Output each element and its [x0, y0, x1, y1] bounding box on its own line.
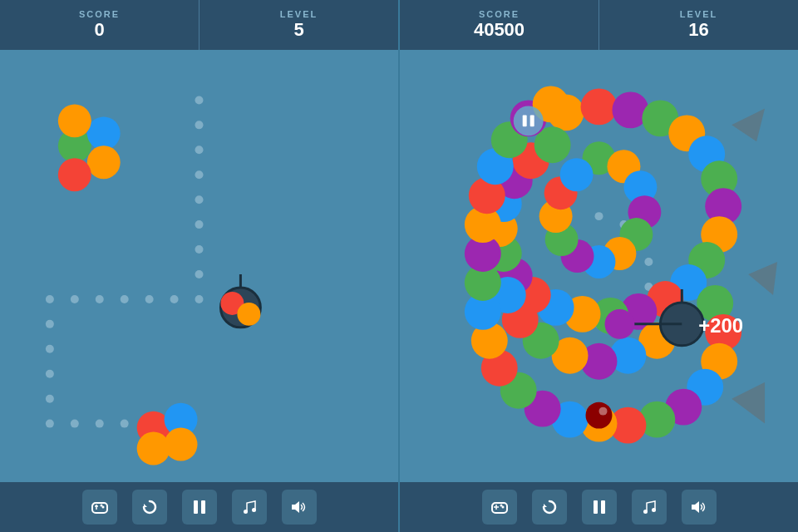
svg-rect-144: [601, 500, 605, 514]
left-game-svg: [0, 50, 398, 482]
svg-point-14: [170, 295, 179, 303]
svg-point-32: [237, 303, 260, 326]
svg-point-4: [195, 195, 204, 204]
svg-point-141: [500, 505, 502, 507]
left-score-value: 0: [94, 19, 104, 41]
svg-point-132: [599, 407, 608, 416]
svg-point-47: [252, 508, 256, 512]
right-level-section: LEVEL 16: [599, 0, 798, 50]
svg-point-36: [137, 432, 170, 466]
left-score-label: SCORE: [79, 9, 120, 19]
svg-point-17: [46, 370, 54, 378]
svg-marker-130: [748, 262, 777, 295]
svg-point-11: [96, 295, 104, 303]
left-score-section: SCORE 0: [0, 0, 200, 50]
svg-point-9: [46, 295, 54, 303]
svg-point-22: [121, 420, 129, 428]
svg-marker-129: [732, 382, 765, 424]
left-level-label: LEVEL: [280, 9, 318, 19]
right-score-label: SCORE: [479, 9, 520, 19]
right-gamepad-button[interactable]: [482, 490, 517, 525]
svg-point-145: [643, 510, 648, 514]
svg-rect-44: [194, 500, 198, 514]
right-level-value: 16: [688, 19, 708, 41]
left-music-button[interactable]: [232, 490, 267, 525]
svg-point-46: [244, 510, 248, 514]
left-panel: SCORE 0 LEVEL 5: [0, 0, 400, 532]
svg-point-123: [560, 158, 594, 191]
game-container: SCORE 0 LEVEL 5: [0, 0, 798, 532]
svg-marker-48: [292, 501, 299, 513]
right-music-button[interactable]: [632, 490, 667, 525]
svg-point-12: [121, 295, 129, 303]
svg-point-49: [595, 212, 603, 220]
right-score-section: SCORE 40500: [400, 0, 599, 50]
svg-point-18: [46, 395, 54, 403]
svg-point-52: [644, 258, 653, 266]
svg-point-10: [71, 295, 79, 303]
svg-rect-134: [523, 115, 527, 126]
svg-point-5: [195, 220, 204, 229]
svg-point-131: [586, 402, 613, 429]
svg-point-7: [195, 270, 204, 278]
svg-point-6: [195, 245, 204, 254]
svg-point-42: [100, 505, 102, 507]
svg-point-2: [195, 145, 204, 154]
left-bottom-bar: [0, 482, 398, 532]
left-game-area: [0, 50, 398, 482]
svg-point-20: [71, 420, 79, 428]
svg-marker-147: [692, 501, 699, 513]
svg-rect-143: [594, 500, 598, 514]
svg-marker-43: [144, 504, 147, 507]
right-pause-button[interactable]: [582, 490, 617, 525]
right-panel: SCORE 40500 LEVEL 16: [400, 0, 798, 532]
svg-point-8: [195, 295, 204, 303]
svg-point-28: [58, 104, 91, 137]
svg-point-19: [46, 420, 54, 428]
svg-point-15: [46, 320, 54, 328]
left-sound-button[interactable]: [282, 490, 317, 525]
svg-point-25: [87, 116, 121, 150]
svg-point-127: [604, 309, 634, 339]
svg-point-21: [96, 420, 104, 428]
svg-marker-128: [732, 108, 765, 141]
svg-point-146: [652, 508, 656, 512]
right-level-label: LEVEL: [680, 9, 717, 19]
right-sound-button[interactable]: [682, 490, 717, 525]
svg-point-26: [87, 145, 121, 179]
svg-rect-37: [92, 503, 107, 513]
right-score-bar: SCORE 40500 LEVEL 16: [400, 0, 798, 50]
svg-point-16: [46, 345, 54, 353]
svg-marker-142: [544, 504, 547, 507]
svg-point-0: [195, 96, 204, 104]
left-score-bar: SCORE 0 LEVEL 5: [0, 0, 398, 50]
left-reload-button[interactable]: [132, 490, 167, 525]
svg-point-60: [581, 88, 618, 125]
svg-point-133: [514, 106, 544, 135]
right-game-area: +200: [400, 50, 798, 482]
left-level-value: 5: [293, 19, 303, 41]
left-level-section: LEVEL 5: [200, 0, 398, 50]
svg-point-3: [195, 170, 204, 179]
left-gamepad-button[interactable]: [82, 490, 117, 525]
svg-point-13: [145, 295, 154, 303]
svg-rect-135: [530, 115, 534, 126]
right-game-svg: +200: [400, 50, 798, 482]
svg-text:+200: +200: [698, 314, 743, 337]
left-pause-button[interactable]: [182, 490, 217, 525]
svg-rect-45: [201, 500, 205, 514]
svg-point-1: [195, 121, 204, 129]
right-score-value: 40500: [474, 19, 525, 41]
right-bottom-bar: [400, 482, 798, 532]
svg-point-27: [58, 158, 91, 191]
svg-rect-137: [492, 503, 507, 513]
right-reload-button[interactable]: [532, 490, 567, 525]
